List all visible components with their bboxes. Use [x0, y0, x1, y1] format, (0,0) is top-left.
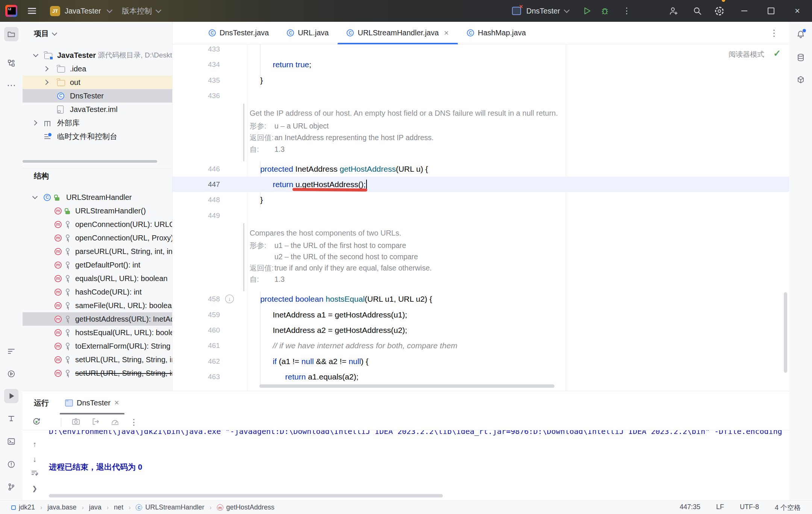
scroll-up-icon[interactable]: ↑	[33, 440, 36, 449]
structure-method-item[interactable]: mhostsEqual(URL, URL): boolean	[23, 326, 172, 339]
jump-icon[interactable]	[91, 417, 100, 428]
editor-tab[interactable]: CHashMap.java	[458, 22, 535, 44]
run-console[interactable]: ↑ ↓ ❯ D:\environment\java\jdk21\bin\java…	[23, 430, 789, 501]
version-control-icon[interactable]	[4, 480, 18, 494]
structure-method-item[interactable]: msetURL(URL, String, String, int, Strin	[23, 353, 172, 366]
project-tree-item[interactable]: out	[23, 76, 172, 89]
notifications-icon[interactable]	[794, 27, 808, 41]
structure-method-item[interactable]: mequals(URL, URL): boolean	[23, 272, 172, 285]
overridden-icon[interactable]: ↓	[225, 295, 234, 303]
code-line-433[interactable]: 433	[173, 44, 789, 57]
reader-mode-label[interactable]: 阅读器模式	[729, 50, 764, 59]
code-line-463[interactable]: 463return a1.equals(a2);	[173, 369, 789, 384]
services-icon[interactable]	[4, 367, 18, 381]
main-menu-icon[interactable]	[28, 0, 36, 22]
chevron-right-icon[interactable]	[45, 80, 48, 84]
inspection-check-icon[interactable]: ✓	[773, 48, 781, 59]
structure-method-item[interactable]: mhashCode(URL): int	[23, 285, 172, 299]
file-encoding[interactable]: UTF-8	[740, 503, 759, 512]
terminal-icon[interactable]	[4, 434, 18, 449]
breadcrumb-item[interactable]: java	[89, 503, 102, 511]
run-icon[interactable]	[4, 389, 18, 403]
debug-button[interactable]	[600, 0, 610, 22]
breadcrumb-item[interactable]: net	[114, 503, 123, 511]
project-tree-item[interactable]: JavaTester.iml	[23, 103, 172, 116]
run-button[interactable]	[582, 0, 592, 22]
code-line-459[interactable]: 459InetAddress a1 = getHostAddress(u1);	[173, 307, 789, 322]
structure-method-item[interactable]: mparseURL(URL, String, int, int): void	[23, 245, 172, 258]
structure-root-item[interactable]: CURLStreamHandler	[23, 190, 172, 204]
more-icon[interactable]: ⋯	[4, 78, 18, 92]
chevron-down-icon[interactable]	[34, 54, 38, 56]
structure-method-item[interactable]: msameFile(URL, URL): boolean	[23, 299, 172, 312]
maximize-icon[interactable]	[768, 0, 774, 22]
structure-method-item[interactable]: mgetHostAddress(URL): InetAddress	[23, 312, 172, 326]
project-panel-header[interactable]: 项目	[34, 29, 56, 39]
horizontal-scrollbar[interactable]	[49, 494, 443, 497]
structure-panel-header[interactable]: 结构	[34, 171, 49, 181]
editor-tab[interactable]: CURLStreamHandler.java×	[338, 22, 458, 44]
rerun-icon[interactable]	[32, 417, 41, 428]
chevron-down-icon[interactable]	[33, 196, 37, 198]
structure-method-item[interactable]: msetURL(URL, String, String, int, Strin	[23, 366, 172, 380]
horizontal-scrollbar[interactable]	[259, 384, 554, 388]
run-panel-title[interactable]: 运行	[34, 391, 49, 414]
caret-position[interactable]: 447:35	[680, 503, 700, 512]
expand-icon[interactable]: ❯	[32, 485, 37, 493]
scroll-down-icon[interactable]: ↓	[33, 455, 36, 464]
code-line-447[interactable]: 447return u.getHostAddress();	[173, 177, 789, 192]
line-separator[interactable]: LF	[716, 503, 724, 512]
code-line-460[interactable]: 460InetAddress a2 = getHostAddress(u2);	[173, 322, 789, 338]
structure-method-item[interactable]: mopenConnection(URL, Proxy): URLC	[23, 231, 172, 245]
chevron-right-icon[interactable]	[34, 121, 36, 125]
structure-method-item[interactable]: mopenConnection(URL): URLConnec	[23, 218, 172, 231]
add-user-icon[interactable]	[668, 0, 678, 22]
more-icon[interactable]: ⋮	[130, 417, 138, 427]
breadcrumb-item[interactable]: mgetHostAddress	[217, 503, 274, 511]
panel-splitter[interactable]	[23, 168, 172, 168]
project-tree-item[interactable]: 临时文件和控制台	[23, 130, 172, 143]
code-line-446[interactable]: 446protected InetAddress getHostAddress(…	[173, 161, 789, 177]
more-icon[interactable]: ⋮	[770, 28, 779, 38]
todo-icon[interactable]	[4, 344, 18, 358]
problems-icon[interactable]	[4, 457, 18, 472]
close-icon[interactable]: ×	[795, 0, 800, 22]
chevron-right-icon[interactable]	[45, 67, 48, 71]
settings-icon[interactable]	[715, 0, 724, 22]
build-icon[interactable]	[4, 411, 18, 426]
structure-method-item[interactable]: mURLStreamHandler()	[23, 204, 172, 218]
structure-icon[interactable]	[4, 56, 18, 70]
more-icon[interactable]: ⋮	[623, 0, 631, 22]
breadcrumb-item[interactable]: jdk21	[11, 503, 35, 511]
run-config-icon[interactable]	[512, 0, 521, 22]
code-line-458[interactable]: 458↓protected boolean hostsEqual(URL u1,…	[173, 291, 789, 307]
app-logo[interactable]: IJ	[5, 0, 17, 22]
camera-icon[interactable]	[71, 417, 81, 428]
horizontal-scrollbar[interactable]	[23, 160, 157, 163]
database-icon[interactable]	[794, 50, 808, 65]
project-tree-item[interactable]: JavaTester 源代码根目录, D:\Desktop\J	[23, 48, 172, 62]
code-editor[interactable]: 433434return true;435}436Get the IP addr…	[173, 44, 789, 391]
close-icon[interactable]: ×	[444, 28, 449, 38]
breadcrumb-item[interactable]: CURLStreamHandler	[136, 503, 204, 511]
code-line-434[interactable]: 434return true;	[173, 57, 789, 72]
dependencies-icon[interactable]	[794, 73, 808, 87]
editor-tab[interactable]: CURL.java	[278, 22, 338, 44]
code-line-436[interactable]: 436	[173, 88, 789, 103]
run-config-selector[interactable]: DnsTester	[526, 0, 560, 22]
vcs-widget[interactable]: 版本控制	[122, 0, 152, 22]
run-tab-dnstester[interactable]: DnsTester ×	[58, 391, 126, 414]
code-line-462[interactable]: 462if (a1 != null && a2 != null) {	[173, 354, 789, 369]
close-icon[interactable]: ×	[114, 398, 119, 408]
soft-wrap-icon[interactable]	[30, 469, 39, 479]
project-widget[interactable]: JavaTester	[65, 0, 101, 22]
code-line-435[interactable]: 435}	[173, 73, 789, 88]
vertical-scrollbar[interactable]	[784, 292, 787, 373]
gauge-icon[interactable]	[110, 417, 120, 428]
search-icon[interactable]	[692, 0, 702, 22]
breadcrumb-item[interactable]: java.base	[47, 503, 76, 511]
editor-tab[interactable]: CDnsTester.java	[200, 22, 278, 44]
project-tree-item[interactable]: CDnsTester	[23, 89, 172, 103]
project-tree-item[interactable]: .idea	[23, 62, 172, 76]
project-badge[interactable]: JT	[50, 0, 60, 22]
